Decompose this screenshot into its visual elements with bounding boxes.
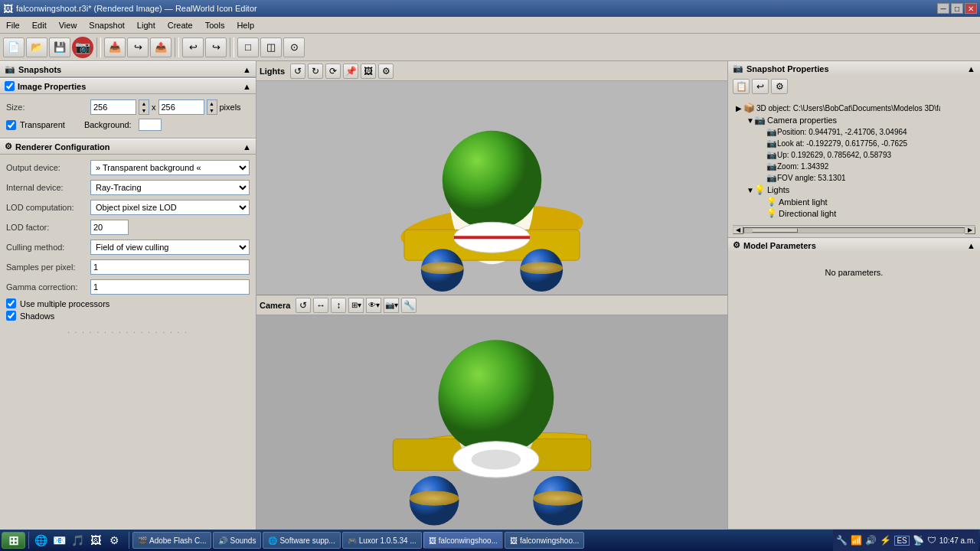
tray-network[interactable]: 📡 [913,535,924,546]
cam-btn-3[interactable]: ↕ [331,298,346,313]
titlebar-controls[interactable]: ─ □ ✕ [937,3,977,14]
menu-help[interactable]: Help [230,19,260,31]
multiproc-checkbox[interactable] [6,298,16,308]
open-button[interactable]: 📂 [26,37,47,57]
ql-img[interactable]: 🖼 [87,532,104,549]
gamma-input[interactable] [90,279,250,295]
snapshot-props-header[interactable]: 📷 Snapshot Properties ▲ [728,61,980,76]
model-params-header[interactable]: ⚙ Model Parameters ▲ [728,238,980,253]
view-btn3[interactable]: ⊙ [283,37,305,57]
ql-email[interactable]: 📧 [51,532,67,549]
scroll-thumb[interactable] [752,228,798,233]
model-params-collapse[interactable]: ▲ [967,241,975,250]
start-button[interactable]: ⊞ [2,532,25,549]
cam-btn-4[interactable]: ⊞▾ [348,298,364,313]
size-width-down[interactable]: ▼ [139,107,149,114]
scroll-left[interactable]: ◀ [733,227,743,234]
lights-btn-settings[interactable]: ⚙ [378,64,394,79]
taskbar-falcon2[interactable]: 🖼 falconwingshoo... [505,532,584,549]
tray-icon3[interactable]: 🔊 [865,535,877,546]
tray-icon2[interactable]: 📶 [851,535,862,546]
tree-arrow-lights[interactable]: ▼ [746,186,754,194]
tree-directional[interactable]: 💡 Directional light [736,207,972,219]
cam-btn-5[interactable]: 👁▾ [366,298,381,313]
snapshots-collapse[interactable]: ▲ [243,65,251,74]
menu-snapshot[interactable]: Snapshot [83,19,130,31]
minimize-button[interactable]: ─ [937,3,949,14]
tree-up[interactable]: 📷 Up: 0.192629, 0.785642, 0.58793 [736,149,972,161]
export2-button[interactable]: 📤 [150,37,172,57]
lights-btn-rotate-ccw[interactable]: ↺ [290,64,305,79]
tray-icon1[interactable]: 🔧 [836,535,848,546]
menu-view[interactable]: View [53,19,83,31]
maximize-button[interactable]: □ [951,3,963,14]
transparent-checkbox[interactable] [6,120,16,130]
culling-select[interactable]: Field of view culling No culling [90,240,250,255]
size-width-up[interactable]: ▲ [139,100,149,107]
close-button[interactable]: ✕ [965,3,977,14]
taskbar-flash[interactable]: 🎬 Adobe Flash C... [132,532,211,549]
tree-arrow-object[interactable]: ▶ [736,104,743,112]
image-props-checkbox[interactable] [5,81,15,91]
tree-ambient[interactable]: 💡 Ambient light [736,196,972,207]
lights-viewport-render[interactable] [256,81,727,295]
image-props-collapse[interactable]: ▲ [243,82,251,91]
image-props-header[interactable]: Image Properties ▲ [0,78,256,94]
tree-lookat[interactable]: 📷 Look at: -0.192279, 0.617756, -0.7625 [736,138,972,149]
taskbar-sounds[interactable]: 🔊 Sounds [213,532,261,549]
renderer-collapse[interactable]: ▲ [243,142,251,152]
snapshots-header[interactable]: 📷 Snapshots ▲ [0,61,256,77]
tree-zoom[interactable]: 📷 Zoom: 1.34392 [736,161,972,172]
tree-3d-object[interactable]: ▶ 📦 3D object: C:\Users\BobCat\Documents… [736,102,972,114]
tray-icon4[interactable]: ⚡ [880,535,891,546]
cam-btn-1[interactable]: ↺ [296,298,311,313]
size-height-down[interactable]: ▼ [207,107,217,114]
taskbar-software[interactable]: 🌐 Software supp... [263,532,340,549]
tree-lights[interactable]: ▼ 💡 Lights [736,184,972,196]
new-button[interactable]: 📄 [3,37,24,57]
size-height-up[interactable]: ▲ [207,100,217,107]
tree-arrow-camera[interactable]: ▼ [746,116,754,125]
lights-btn-reset[interactable]: ⟳ [325,64,341,79]
menu-light[interactable]: Light [131,19,162,31]
internal-device-select[interactable]: Ray-Tracing OpenGL [90,180,250,195]
import-button[interactable]: 📥 [104,37,126,57]
lights-btn-rotate-cw[interactable]: ↻ [308,64,323,79]
ql-ie[interactable]: 🌐 [32,532,49,549]
camera-viewport-render[interactable] [256,315,727,530]
menu-file[interactable]: File [0,19,26,31]
tree-fov[interactable]: 📷 FOV angle: 53.1301 [736,172,972,184]
size-width-input[interactable] [90,99,136,115]
sp-btn3[interactable]: ⚙ [771,79,788,94]
lights-btn-frame[interactable]: 🖼 [361,64,376,79]
menu-tools[interactable]: Tools [199,19,231,31]
tray-safety[interactable]: 🛡 [927,535,936,546]
sp-btn1[interactable]: 📋 [733,79,750,94]
lod-computation-select[interactable]: Object pixel size LOD Fixed LOD [90,200,250,215]
view-btn2[interactable]: ◫ [260,37,282,57]
export-button[interactable]: ↪ [127,37,149,57]
cam-btn-7[interactable]: 🔧 [401,298,416,313]
menu-edit[interactable]: Edit [26,19,53,31]
sp-btn2[interactable]: ↩ [752,79,769,94]
shadows-checkbox[interactable] [6,311,16,321]
snapshot-props-collapse[interactable]: ▲ [967,64,975,73]
samples-input[interactable] [90,259,250,275]
lights-btn-pin[interactable]: 📌 [343,64,358,79]
tree-position[interactable]: 📷 Position: 0.944791, -2.41706, 3.04964 [736,126,972,138]
save-button[interactable]: 💾 [49,37,70,57]
cam-btn-2[interactable]: ↔ [313,298,328,313]
ql-misc[interactable]: ⚙ [106,532,122,549]
scroll-right[interactable]: ▶ [965,227,975,234]
undo-button[interactable]: ↩ [182,37,204,57]
background-color-picker[interactable] [139,119,162,131]
redo-button[interactable]: ↪ [205,37,227,57]
lod-factor-input[interactable] [90,220,129,235]
snapshot-button[interactable]: 📷 [72,37,93,58]
output-device-select[interactable]: » Transparent background « Screen File [90,160,250,175]
view-btn1[interactable]: □ [237,37,259,57]
menu-create[interactable]: Create [162,19,199,31]
tree-camera-props[interactable]: ▼ 📷 Camera properties [736,114,972,126]
size-height-input[interactable] [158,99,204,115]
cam-btn-6[interactable]: 📷▾ [384,298,399,313]
